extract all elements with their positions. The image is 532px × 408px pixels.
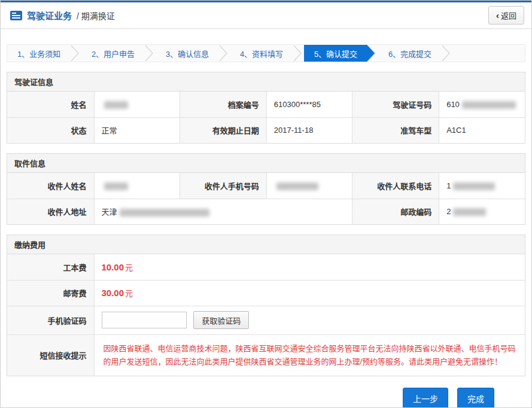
table-row: 手机验证码 获取验证码 — [7, 306, 525, 334]
recipient-address-label: 收件人地址 — [7, 199, 94, 224]
table-row: 姓名 档案编号 610300****85 驾驶证号码 610 — [7, 92, 525, 117]
sms-notice-label: 短信接收提示 — [7, 334, 94, 376]
mail-fee-amount: 30.00 — [102, 288, 124, 298]
step-label: 2、用户申告 — [92, 48, 135, 59]
step-3-confirm-info[interactable]: 3、确认信息 — [156, 45, 219, 62]
status-label: 状态 — [7, 117, 94, 143]
mail-fee-value: 30.00元 — [94, 280, 525, 306]
recipient-mobile-label: 收件人手机号码 — [180, 173, 266, 199]
get-sms-code-button[interactable]: 获取验证码 — [193, 311, 249, 329]
recipient-phone-value: 1 — [439, 173, 525, 199]
step-1-business-notice[interactable]: 1、业务须知 — [7, 45, 71, 62]
step-5-confirm-submit[interactable]: 5、确认提交 — [304, 45, 367, 62]
table-row: 邮寄费 30.00元 — [7, 280, 525, 306]
footer-actions: 上一步 完成 — [1, 376, 531, 408]
service-title: 驾驶证业务 — [27, 9, 72, 22]
step-2-user-declaration[interactable]: 2、用户申告 — [81, 45, 145, 62]
mail-fee-unit: 元 — [125, 289, 133, 298]
license-info-table: 姓名 档案编号 610300****85 驾驶证号码 610 状态 正常 有效期… — [7, 92, 525, 143]
expiry-date-label: 有效期止日期 — [180, 117, 266, 143]
name-value — [94, 92, 180, 117]
table-row: 短信接收提示 因陕西省联通、电信运营商技术问题，陕西省互联网交通安全综合服务管理… — [7, 334, 525, 376]
license-info-section: 驾驶证信息 姓名 档案编号 610300****85 驾驶证号码 610 状态 … — [7, 72, 525, 144]
step-label: 6、完成提交 — [388, 48, 431, 59]
redacted-text — [453, 182, 495, 190]
sms-code-input[interactable] — [102, 312, 187, 328]
vehicle-type-value: A1C1 — [439, 117, 525, 143]
fees-table: 工本费 10.00元 邮寄费 30.00元 手机验证码 获取验证码 短信接收提 — [7, 254, 525, 376]
back-button[interactable]: ‹ 返回 — [488, 6, 524, 25]
recipient-name-label: 收件人姓名 — [7, 173, 94, 199]
status-value: 正常 — [94, 117, 180, 143]
sms-code-label: 手机验证码 — [7, 306, 94, 334]
step-label: 1、业务须知 — [17, 48, 60, 59]
pickup-info-table: 收件人姓名 收件人手机号码 收件人联系电话 1 收件人地址 天津 邮政编码 2 — [7, 173, 525, 224]
license-number-label: 驾驶证号码 — [352, 92, 439, 117]
file-number-value: 610300****85 — [266, 92, 352, 117]
step-label: 3、确认信息 — [166, 48, 209, 59]
table-row: 状态 正常 有效期止日期 2017-11-18 准驾车型 A1C1 — [7, 117, 525, 143]
page-title: 驾驶证业务 / 期满换证 — [10, 9, 115, 22]
recipient-phone-label: 收件人联系电话 — [352, 173, 439, 199]
redacted-text — [276, 182, 318, 190]
table-row: 工本费 10.00元 — [7, 254, 525, 280]
name-label: 姓名 — [7, 92, 94, 117]
sms-notice-cell: 因陕西省联通、电信运营商技术问题，陕西省互联网交通安全综合服务管理平台无法向持陕… — [94, 334, 525, 376]
redacted-text — [104, 182, 128, 190]
page: 驾驶证业务 / 期满换证 ‹ 返回 1、业务须知 2、用户申告 3、确认信息 4… — [0, 0, 532, 408]
file-number-label: 档案编号 — [180, 92, 266, 117]
production-fee-amount: 10.00 — [102, 262, 124, 272]
license-info-title: 驾驶证信息 — [7, 72, 525, 92]
header: 驾驶证业务 / 期满换证 ‹ 返回 — [1, 2, 531, 29]
step-navigation: 1、业务须知 2、用户申告 3、确认信息 4、资料填写 5、确认提交 6、完成提… — [7, 44, 525, 62]
redacted-text — [462, 101, 516, 109]
step-4-fill-data[interactable]: 4、资料填写 — [230, 45, 293, 62]
sms-notice-text: 因陕西省联通、电信运营商技术问题，陕西省互联网交通安全综合服务管理平台无法向持陕… — [104, 342, 516, 369]
table-row: 收件人地址 天津 邮政编码 2 — [7, 199, 525, 224]
recipient-mobile-value — [266, 173, 352, 199]
table-row: 收件人姓名 收件人手机号码 收件人联系电话 1 — [7, 173, 525, 199]
sms-code-cell: 获取验证码 — [94, 306, 525, 334]
mail-fee-label: 邮寄费 — [7, 280, 94, 306]
fees-title: 缴纳费用 — [7, 235, 525, 254]
step-label: 5、确认提交 — [314, 48, 357, 59]
back-chevron-icon: ‹ — [496, 11, 499, 20]
step-label: 4、资料填写 — [240, 48, 283, 59]
production-fee-label: 工本费 — [7, 254, 94, 280]
finish-button[interactable]: 完成 — [457, 388, 494, 408]
previous-step-button[interactable]: 上一步 — [403, 388, 448, 408]
pickup-info-section: 取件信息 收件人姓名 收件人手机号码 收件人联系电话 1 收件人地址 天津 邮政… — [7, 153, 525, 225]
postcode-value: 2 — [439, 199, 525, 224]
production-fee-unit: 元 — [125, 263, 133, 272]
license-service-icon — [10, 11, 22, 20]
back-label: 返回 — [501, 10, 516, 21]
redacted-text — [120, 209, 209, 217]
fees-section: 缴纳费用 工本费 10.00元 邮寄费 30.00元 手机验证码 获取验证码 — [7, 235, 525, 376]
recipient-name-value — [94, 173, 180, 199]
postcode-label: 邮政编码 — [352, 199, 439, 224]
license-number-value: 610 — [439, 92, 525, 117]
redacted-text — [453, 208, 486, 216]
step-6-complete-submit[interactable]: 6、完成提交 — [378, 45, 442, 62]
service-subtitle: / 期满换证 — [77, 10, 115, 22]
redacted-text — [104, 101, 128, 109]
expiry-date-value: 2017-11-18 — [266, 117, 352, 143]
production-fee-value: 10.00元 — [94, 254, 525, 280]
pickup-info-title: 取件信息 — [7, 154, 525, 173]
vehicle-type-label: 准驾车型 — [352, 117, 439, 143]
recipient-address-value: 天津 — [94, 199, 352, 224]
